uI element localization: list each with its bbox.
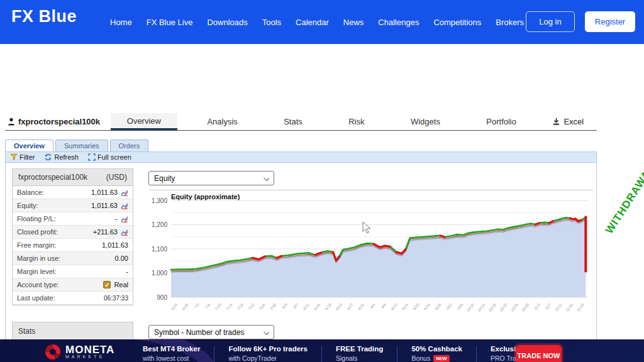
tab-overview[interactable]: Overview [111, 113, 177, 130]
account-row-last-update: Last update:06:37:33 [13, 292, 133, 305]
mini-chart-icon[interactable] [121, 229, 128, 236]
equity-chart: Equity (approximate) 9001,0001,1001,2001… [148, 190, 593, 315]
row-label: Margin in use: [17, 255, 60, 262]
header-buttons: Log in Register [526, 11, 635, 32]
mini-chart-icon[interactable] [121, 189, 128, 196]
nav-downloads[interactable]: Downloads [207, 18, 247, 27]
new-badge: NEW [433, 355, 450, 362]
stats-panel: Stats [12, 322, 133, 341]
nav-challenges[interactable]: Challenges [378, 18, 419, 27]
account-row-account-type: Account type:✓Real [13, 278, 133, 292]
tab-widgets[interactable]: Widgets [394, 113, 457, 130]
mini-chart-icon[interactable] [121, 202, 128, 209]
account-currency: (USD) [106, 173, 127, 182]
site-header: FX Blue HomeFX Blue LiveDownloadsToolsCa… [0, 0, 644, 44]
account-summary-panel: fxproctorspecial100k (USD) Balance:1,011… [12, 168, 133, 305]
chart-type-select[interactable]: Equity [148, 171, 274, 185]
x-tick-label: 7/6 [205, 302, 211, 309]
tab-portfolio[interactable]: Portfolio [470, 113, 533, 130]
row-label: Margin level: [17, 268, 56, 275]
x-tick-label: 10/14 [477, 302, 486, 312]
y-tick-label: 1,300 [152, 197, 167, 204]
mini-chart-icon[interactable] [121, 216, 128, 222]
subtab-orders[interactable]: Orders [110, 140, 149, 152]
fx-blue-logo[interactable]: FX Blue [11, 7, 77, 26]
x-tick-label: 10/30 [521, 302, 530, 312]
x-tick-label: 8/7 [293, 302, 299, 309]
widget-subtabs: OverviewSummariesOrders [5, 140, 150, 152]
filter-label: Filter [19, 153, 35, 161]
equity-loss-segment [535, 223, 540, 224]
symbol-select-value: Symbol - Number of trades [154, 328, 244, 337]
account-row-closed-profit: Closed profit:+211.63 [13, 226, 133, 239]
tab-analysis[interactable]: Analysis [191, 113, 253, 130]
filter-button[interactable]: Filter [10, 153, 35, 161]
banner-item-free-trading: FREE TradingSignals [322, 345, 397, 362]
nav-competitions[interactable]: Competitions [433, 18, 481, 27]
x-tick-label: 6/28 [182, 302, 190, 310]
nav-news[interactable]: News [343, 18, 364, 27]
broker-banner[interactable]: MONETA MARKETS Best MT4 Brokerwith lowes… [0, 339, 644, 362]
main-nav: HomeFX Blue LiveDownloadsToolsCalendarNe… [110, 0, 524, 44]
refresh-button[interactable]: Refresh [44, 153, 79, 161]
nav-brokers[interactable]: Brokers [496, 18, 524, 27]
x-tick-label: 7/10 [214, 302, 223, 310]
nav-fx-blue-live[interactable]: FX Blue Live [147, 18, 193, 27]
account-row-equity: Equity:1,011.63 [13, 199, 133, 212]
nav-calendar[interactable]: Calendar [296, 18, 329, 27]
account-tabs: OverviewAnalysisStatsRiskWidgetsPortfoli… [104, 113, 597, 130]
fullscreen-button[interactable]: Full screen [88, 153, 131, 161]
x-tick-label: 11/15 [565, 302, 574, 312]
tab-stats[interactable]: Stats [267, 113, 319, 130]
equity-chart-svg[interactable]: 9001,0001,1001,2001,3006/246/287/27/67/1… [148, 197, 593, 312]
account-username: fxproctorspecial100k [5, 113, 104, 130]
nav-tools[interactable]: Tools [262, 18, 281, 27]
x-tick-label: 11/7 [545, 302, 552, 310]
chart-type-value: Equity [154, 174, 175, 183]
y-tick-label: 900 [157, 294, 167, 301]
login-button[interactable]: Log in [526, 11, 575, 32]
banner-item-follow-6k-pro-traders: Follow 6K+ Pro traderswith CopyTrader [214, 345, 321, 362]
x-tick-label: 10/18 [488, 302, 497, 312]
row-label: Last update: [17, 294, 55, 302]
account-username-label: fxproctorspecial100k [18, 117, 100, 126]
symbol-select[interactable]: Symbol - Number of trades [148, 325, 274, 339]
excel-label: Excel [564, 117, 584, 126]
page: FX Blue HomeFX Blue LiveDownloadsToolsCa… [0, 0, 644, 362]
banner-line2: Signals [336, 354, 357, 362]
tab-risk[interactable]: Risk [332, 113, 380, 130]
fullscreen-label: Full screen [97, 153, 131, 161]
row-value: +211.63 [93, 228, 118, 236]
logo-f: FX [11, 7, 34, 26]
x-tick-label: 10/6 [456, 302, 464, 310]
user-icon [8, 118, 15, 126]
row-value: - [126, 268, 128, 275]
x-tick-label: 7/30 [269, 302, 277, 310]
account-tab-bar: fxproctorspecial100k OverviewAnalysisSta… [5, 113, 597, 131]
nav-home[interactable]: Home [110, 18, 132, 27]
x-tick-label: 9/20 [413, 302, 421, 310]
x-tick-label: 10/10 [466, 302, 475, 312]
balance-area [171, 221, 586, 297]
x-tick-label: 9/16 [401, 302, 409, 310]
refresh-icon [44, 153, 52, 161]
moneta-logo-icon [45, 344, 60, 359]
subtab-overview[interactable]: Overview [5, 140, 53, 152]
overview-content: fxproctorspecial100k (USD) Balance:1,011… [5, 163, 597, 362]
filter-icon [10, 153, 18, 161]
x-tick-label: 10/2 [445, 302, 453, 310]
x-tick-label: 7/2 [194, 302, 200, 309]
account-row-free-margin: Free margin:1,011.63 [13, 239, 133, 252]
y-tick-label: 1,200 [152, 221, 167, 228]
x-tick-label: 11/19 [576, 302, 585, 312]
tab-excel[interactable]: Excel [546, 113, 590, 130]
register-button[interactable]: Register [585, 11, 635, 32]
banner-line2: Bonus [411, 354, 430, 362]
x-tick-label: 9/4 [370, 302, 376, 309]
banner-line1: Follow 6K+ Pro traders [228, 345, 308, 353]
refresh-label: Refresh [54, 153, 79, 161]
account-rows: Balance:1,011.63Equity:1,011.63Floating … [13, 186, 133, 305]
subtab-summaries[interactable]: Summaries [55, 140, 108, 152]
banner-line1: Best MT4 Broker [143, 345, 200, 353]
trade-now-button[interactable]: TRADE NOW [516, 345, 562, 362]
